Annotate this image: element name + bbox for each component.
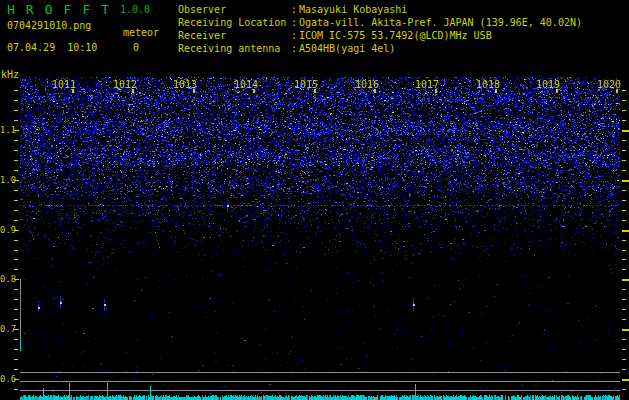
axis-tick	[622, 120, 626, 121]
axis-tick	[14, 339, 18, 340]
axis-tick	[622, 100, 626, 101]
freq-axis-label: 0.8	[0, 274, 13, 284]
axis-tick	[622, 200, 626, 201]
axis-tick	[622, 190, 626, 191]
output-filename: 0704291010.png	[7, 21, 91, 31]
axis-tick	[14, 289, 18, 290]
info-separator: :	[291, 4, 299, 15]
freq-axis-label: 0.6	[0, 374, 13, 384]
axis-tick	[14, 200, 18, 201]
axis-tick	[14, 349, 18, 350]
axis-tick	[556, 89, 558, 93]
freq-axis-unit: kHz	[1, 70, 19, 80]
axis-tick	[622, 309, 626, 310]
axis-tick	[14, 369, 18, 370]
axis-tick	[622, 339, 626, 340]
axis-tick	[622, 150, 626, 151]
axis-tick	[622, 319, 626, 320]
axis-tick	[14, 389, 18, 390]
spectrogram	[20, 74, 620, 400]
axis-tick	[622, 369, 626, 370]
axis-tick	[14, 160, 18, 161]
axis-tick	[193, 89, 195, 93]
info-separator: :	[291, 17, 299, 28]
time-axis-label: 1018	[473, 79, 503, 90]
timestamp: 07.04.29 10:10	[7, 43, 97, 53]
axis-tick	[14, 319, 18, 320]
axis-tick	[435, 89, 437, 93]
axis-tick	[14, 170, 18, 171]
info-row-antenna: Receiving antenna:A504HB(yagi 4el)	[178, 42, 582, 55]
axis-tick	[622, 250, 626, 251]
info-value: Ogata-vill. Akita-Pref. JAPAN (139.96E, …	[299, 17, 582, 28]
time-axis-label: 1019	[533, 79, 563, 90]
axis-tick	[622, 389, 626, 390]
time-axis-label: 1016	[352, 79, 382, 90]
axis-tick	[14, 100, 18, 101]
app-version: 1.0.0	[120, 5, 150, 15]
axis-tick	[14, 309, 18, 310]
info-label: Receiving antenna	[178, 43, 291, 54]
axis-tick	[14, 150, 18, 151]
info-value: A504HB(yagi 4el)	[299, 43, 395, 54]
axis-tick	[622, 160, 626, 161]
time-axis-label: 1014	[231, 79, 261, 90]
axis-tick	[622, 359, 626, 360]
info-value: Masayuki Kobayashi	[299, 4, 407, 15]
axis-tick	[622, 180, 629, 182]
info-label: Receiving Location	[178, 17, 291, 28]
freq-axis-label: 1.1	[0, 125, 13, 135]
axis-tick	[14, 140, 18, 141]
axis-tick	[622, 329, 629, 331]
axis-tick	[14, 90, 18, 91]
axis-tick	[132, 89, 134, 93]
axis-tick	[622, 379, 629, 381]
axis-tick	[14, 240, 18, 241]
observation-mode: meteor	[123, 28, 159, 38]
axis-tick	[622, 299, 626, 300]
time-axis-label: 1013	[170, 79, 200, 90]
axis-tick	[72, 89, 74, 93]
axis-tick	[14, 120, 18, 121]
axis-tick	[622, 110, 626, 111]
axis-tick	[622, 210, 626, 211]
axis-tick	[14, 259, 18, 260]
time-axis-label: 1011	[49, 79, 79, 90]
time-axis-label: 1015	[291, 79, 321, 90]
axis-tick	[14, 110, 18, 111]
axis-tick	[314, 89, 316, 93]
axis-tick	[622, 130, 629, 132]
axis-tick	[14, 250, 18, 251]
axis-tick	[622, 140, 626, 141]
axis-tick	[622, 170, 626, 171]
axis-tick	[14, 299, 18, 300]
freq-axis-label: 0.7	[0, 324, 13, 334]
hrofft-output-image: H R O F F T 1.0.0 0704291010.png meteor …	[0, 0, 629, 400]
axis-tick	[622, 289, 626, 290]
station-info: Observer:Masayuki Kobayashi Receiving Lo…	[178, 3, 582, 55]
axis-tick	[622, 349, 626, 350]
axis-tick	[622, 90, 626, 91]
info-label: Observer	[178, 4, 291, 15]
time-axis-label: 1017	[412, 79, 442, 90]
info-row-location: Receiving Location:Ogata-vill. Akita-Pre…	[178, 16, 582, 29]
freq-axis-label: 0.9	[0, 225, 13, 235]
time-axis-label: 1020	[594, 79, 624, 90]
axis-tick	[622, 240, 626, 241]
echo-count: 0	[133, 43, 139, 53]
info-label: Receiver	[178, 30, 291, 41]
axis-tick	[622, 279, 629, 281]
info-separator: :	[291, 30, 299, 41]
time-axis-label: 1012	[110, 79, 140, 90]
axis-tick	[622, 230, 629, 232]
axis-tick	[14, 359, 18, 360]
axis-tick	[622, 220, 626, 221]
axis-tick	[374, 89, 376, 93]
axis-tick	[622, 269, 626, 270]
axis-tick	[14, 190, 18, 191]
axis-tick	[14, 269, 18, 270]
app-title: H R O F F T	[7, 3, 111, 16]
axis-tick	[622, 259, 626, 260]
info-separator: :	[291, 43, 299, 54]
info-value: ICOM IC-575 53.7492(@LCD)MHz USB	[299, 30, 492, 41]
